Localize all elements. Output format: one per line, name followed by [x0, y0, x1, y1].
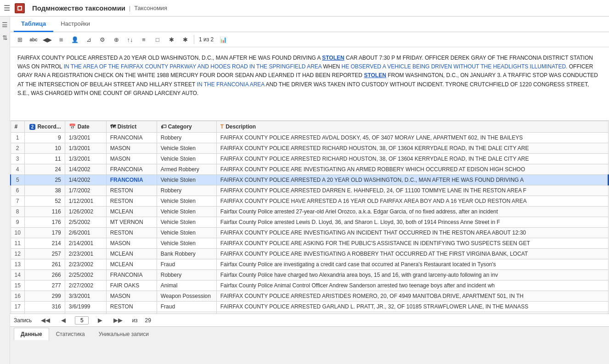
table-row[interactable]: 12 257 2/23/2001 MCLEAN Bank Robbery FAI…	[11, 249, 609, 259]
cell-description: FAIRFAX COUNTY POLICE ARRESTED AVDAL DOS…	[216, 133, 608, 143]
table-container[interactable]: # 2 Record... 📅 Date	[10, 121, 609, 314]
cell-record: 25	[24, 175, 65, 185]
cell-description: FAIRFAX COUNTY POLICE ARE ASKING FOR THE…	[216, 238, 608, 249]
table-row[interactable]: 8 116 1/26/2002 MCLEAN Vehicle Stolen Fa…	[11, 207, 609, 217]
cell-description: FAIRFAX COUNTY POLICE HAVE ARRESTED A 16…	[216, 196, 608, 207]
toolbar-btn-circle[interactable]: ⊕	[110, 34, 122, 45]
cell-description: Fairfax County Police have charged two A…	[216, 270, 608, 280]
cell-num: 17	[11, 302, 24, 312]
table-row[interactable]: 14 266 2/25/2002 FRANCONIA Robbery Fairf…	[11, 270, 609, 280]
nav-first-button[interactable]: ◀◀	[39, 316, 52, 325]
cell-record: 9	[24, 133, 65, 143]
cell-district: FRANCONIA	[106, 270, 157, 280]
hamburger-menu-icon[interactable]: ☰	[4, 4, 10, 12]
table-row[interactable]: 9 176 2/5/2002 MT VERNON Vehicle Stolen …	[11, 217, 609, 228]
table-row[interactable]: 1 9 1/3/2001 FRANCONIA Robbery FAIRFAX C…	[11, 133, 609, 143]
table-row[interactable]: 7 52 1/12/2001 RESTON Vehicle Stolen FAI…	[11, 196, 609, 207]
cell-district: MCLEAN	[106, 207, 157, 217]
table-row[interactable]: 13 261 2/23/2002 MCLEAN Fraud Fairfax Co…	[11, 259, 609, 270]
cell-description: FAIRFAX COUNTY POLICE ARRESTED ARISTIDES…	[216, 291, 608, 302]
col-header-district[interactable]: 🗺 District	[106, 121, 157, 133]
nav-prev-button[interactable]: ◀	[59, 316, 68, 325]
table-row[interactable]: 11 214 2/14/2001 MASON Vehicle Stolen FA…	[11, 238, 609, 249]
cell-num: 10	[11, 228, 24, 238]
cell-description: FAIRFAX COUNTY POLICE ARE INVESTIGATING …	[216, 228, 608, 238]
toolbar-btn-star1[interactable]: ✱	[165, 34, 177, 45]
cell-category: Fraud	[157, 259, 216, 270]
cell-category: Vehicle Stolen	[157, 175, 216, 185]
tab-settings[interactable]: Настройки	[53, 17, 97, 32]
cell-date: 2/23/2001	[65, 249, 106, 259]
preview-stolen-link-1[interactable]: STOLEN	[322, 55, 344, 61]
toolbar-btn-gear[interactable]: ⚙	[96, 34, 108, 45]
cell-category: Robbery	[157, 133, 216, 143]
cell-description: FAIRFAX COUNTY POLICE ARRESTED A 20 YEAR…	[216, 175, 608, 185]
toolbar: ⊞ abc ◀▶ ⊞ 👤 ⊿ ⚙ ⊕ ↑↓ ≡ □ ✱ ✱ 1 из 2 📊	[10, 32, 609, 47]
data-table: # 2 Record... 📅 Date	[10, 121, 609, 314]
toolbar-btn-person[interactable]: 👤	[69, 34, 81, 45]
main-wrapper: Таблица Настройки ⊞ abc ◀▶ ⊞ 👤 ⊿ ⚙ ⊕ ↑↓ …	[10, 17, 609, 340]
toolbar-btn-grid[interactable]: ⊞	[14, 34, 26, 45]
preview-stolen-link-2[interactable]: STOLEN	[364, 72, 386, 78]
nav-next-button[interactable]: ▶	[96, 316, 104, 325]
col-date-label: Date	[78, 123, 90, 130]
cell-district: MCLEAN	[106, 249, 157, 259]
bottom-tab-data[interactable]: Данные	[14, 328, 49, 340]
tab-table[interactable]: Таблица	[14, 17, 53, 32]
table-row[interactable]: 10 179 2/6/2001 RESTON Vehicle Stolen FA…	[11, 228, 609, 238]
cell-category: Vehicle Stolen	[157, 154, 216, 164]
cell-record: 266	[24, 270, 65, 280]
cell-record: 52	[24, 196, 65, 207]
table-row[interactable]: 4 24 1/4/2002 FRANCONIA Armed Robbery FA…	[11, 164, 609, 175]
toolbar-btn-star2[interactable]: ✱	[179, 34, 191, 45]
cell-category: Robbery	[157, 270, 216, 280]
table-row[interactable]: 5 25 1/4/2002 FRANCONIA Vehicle Stolen F…	[11, 175, 609, 185]
nav-page-input[interactable]	[75, 316, 89, 325]
toolbar-btn-label[interactable]: ⊞	[55, 34, 67, 45]
cell-district: MASON	[106, 238, 157, 249]
cell-record: 176	[24, 217, 65, 228]
col-header-record[interactable]: 2 Record...	[24, 121, 65, 133]
toolbar-btn-box[interactable]: □	[152, 34, 164, 45]
cell-date: 1/12/2001	[65, 196, 106, 207]
cell-record: 38	[24, 185, 65, 196]
table-row[interactable]: 2 10 1/3/2001 MASON Vehicle Stolen FAIRF…	[11, 143, 609, 154]
cell-district: FRANCONIA	[106, 133, 157, 143]
col-header-date[interactable]: 📅 Date	[65, 121, 106, 133]
cell-category: Fraud	[157, 302, 216, 312]
cell-date: 2/6/2001	[65, 228, 106, 238]
col-header-num[interactable]: #	[11, 121, 24, 133]
cell-date: 2/23/2002	[65, 259, 106, 270]
table-row[interactable]: 6 38 1/7/2002 RESTON Robbery FAIRFAX COU…	[11, 185, 609, 196]
toolbar-btn-list[interactable]: ≡	[138, 34, 150, 45]
cell-record: 214	[24, 238, 65, 249]
cell-record: 24	[24, 164, 65, 175]
toolbar-page-info: 1 из 2	[197, 36, 215, 43]
table-row[interactable]: 17 316 3/6/1999 RESTON Fraud FAIRFAX COU…	[11, 302, 609, 312]
table-row[interactable]: 16 299 3/3/2001 MASON Weapon Possession …	[11, 291, 609, 302]
toolbar-btn-sort[interactable]: ↑↓	[124, 34, 136, 45]
table-row[interactable]: 3 11 1/3/2001 MASON Vehicle Stolen FAIRF…	[11, 154, 609, 164]
toolbar-btn-text[interactable]: abc	[28, 34, 39, 45]
cell-num: 3	[11, 154, 24, 164]
nav-last-button[interactable]: ▶▶	[112, 316, 124, 325]
toolbar-btn-chart[interactable]: 📊	[217, 34, 229, 45]
col-header-description[interactable]: T Description	[216, 121, 608, 133]
cell-district: MASON	[106, 291, 157, 302]
left-icon-menu[interactable]: ☰	[1, 20, 9, 29]
toolbar-btn-filter[interactable]: ⊿	[83, 34, 95, 45]
bottom-tab-statistics[interactable]: Статистика	[49, 328, 92, 340]
left-icon-sort[interactable]: ⇅	[1, 33, 9, 42]
app-logo	[15, 3, 25, 13]
cell-description: FAIRFAX COUNTY POLICE ARRESTED DARREN E.…	[216, 185, 608, 196]
table-row[interactable]: 15 277 2/27/2002 FAIR OAKS Animal Fairfa…	[11, 280, 609, 291]
toolbar-btn-arrows[interactable]: ◀▶	[41, 34, 53, 45]
bottom-tab-unique[interactable]: Уникальные записи	[92, 328, 156, 340]
text-preview: FAIRFAX COUNTY POLICE ARRESTED A 20 YEAR…	[10, 47, 609, 121]
cell-date: 2/25/2002	[65, 270, 106, 280]
table-header-row: # 2 Record... 📅 Date	[11, 121, 609, 133]
top-bar: ☰ Подмножество таксономии | Таксономия	[0, 0, 609, 17]
toolbar-divider	[194, 35, 194, 44]
col-header-category[interactable]: 🏷 Category	[157, 121, 216, 133]
cell-category: Robbery	[157, 185, 216, 196]
